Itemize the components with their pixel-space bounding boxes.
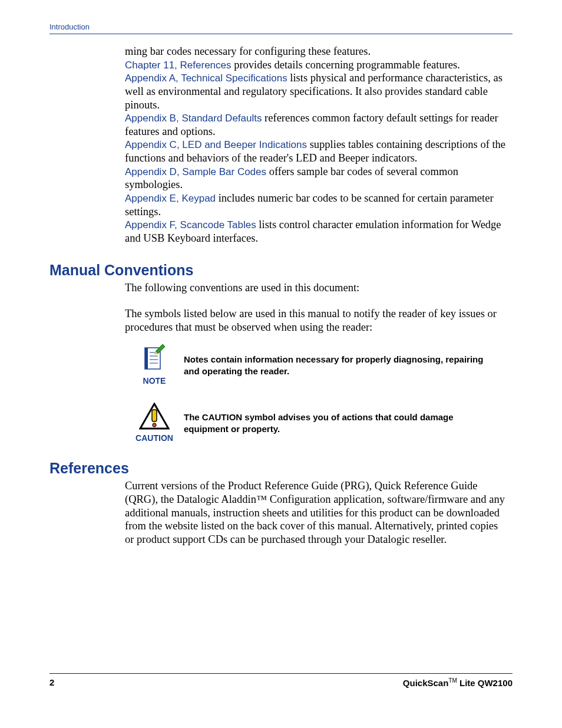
page-number: 2	[49, 677, 54, 688]
callout-table: NOTE Notes contain information necessary…	[125, 344, 509, 443]
intro-fragment: ming bar codes necessary for configuring…	[125, 45, 509, 58]
caution-row: CAUTION The CAUTION symbol advises you o…	[125, 403, 509, 443]
entry-5: Appendix E, Keypad includes numeric bar …	[125, 192, 509, 218]
header-rule	[49, 34, 513, 34]
entry-2: Appendix B, Standard Defaults references…	[125, 111, 509, 138]
entry-0: Chapter 11, References provides details …	[125, 58, 509, 72]
svg-point-10	[153, 423, 156, 427]
link-appendix-e[interactable]: Appendix E, Keypad	[125, 193, 216, 204]
link-appendix-f[interactable]: Appendix F, Scancode Tables	[125, 219, 256, 230]
note-row: NOTE Notes contain information necessary…	[125, 344, 509, 386]
note-icon	[141, 344, 167, 373]
svg-rect-1	[145, 348, 148, 369]
note-label: NOTE	[143, 376, 166, 386]
note-symbol-cell: NOTE	[125, 344, 184, 386]
product-brand: QuickScan	[403, 678, 449, 688]
link-appendix-d[interactable]: Appendix D, Sample Bar Codes	[125, 166, 266, 177]
page-footer: 2 QuickScanTM Lite QW2100	[49, 673, 513, 688]
conventions-p2: The symbols listed below are used in thi…	[125, 307, 509, 334]
link-appendix-b[interactable]: Appendix B, Standard Defaults	[125, 113, 262, 124]
link-appendix-a[interactable]: Appendix A, Technical Specifications	[125, 73, 287, 84]
svg-rect-9	[152, 410, 157, 421]
conventions-p1: The following conventions are used in th…	[125, 281, 509, 295]
link-chapter-11[interactable]: Chapter 11, References	[125, 60, 232, 71]
heading-manual-conventions: Manual Conventions	[49, 262, 513, 279]
product-model: Lite QW2100	[457, 678, 513, 688]
caution-label: CAUTION	[135, 433, 173, 443]
conventions-body: The following conventions are used in th…	[125, 281, 509, 444]
product-name: QuickScanTM Lite QW2100	[403, 677, 513, 688]
link-appendix-c[interactable]: Appendix C, LED and Beeper Indications	[125, 139, 307, 150]
caution-symbol-cell: CAUTION	[125, 403, 184, 443]
running-header: Introduction	[49, 22, 513, 31]
entry-3: Appendix C, LED and Beeper Indications s…	[125, 138, 509, 164]
entry-1: Appendix A, Technical Specifications lis…	[125, 71, 509, 111]
entry-6: Appendix F, Scancode Tables lists contro…	[125, 218, 509, 245]
trademark-symbol: TM	[448, 677, 457, 684]
entry-4: Appendix D, Sample Bar Codes offers samp…	[125, 165, 509, 192]
caution-text: The CAUTION symbol advises you of action…	[184, 411, 509, 436]
heading-references: References	[49, 460, 513, 477]
body-content: ming bar codes necessary for configuring…	[125, 45, 509, 245]
note-text: Notes contain information necessary for …	[184, 354, 509, 378]
references-body: Current versions of the Product Referenc…	[125, 479, 509, 546]
references-p: Current versions of the Product Referenc…	[125, 479, 509, 546]
caution-icon	[139, 403, 170, 430]
entry-0-text: provides details concerning programmable…	[232, 59, 460, 71]
footer-rule	[49, 673, 513, 674]
